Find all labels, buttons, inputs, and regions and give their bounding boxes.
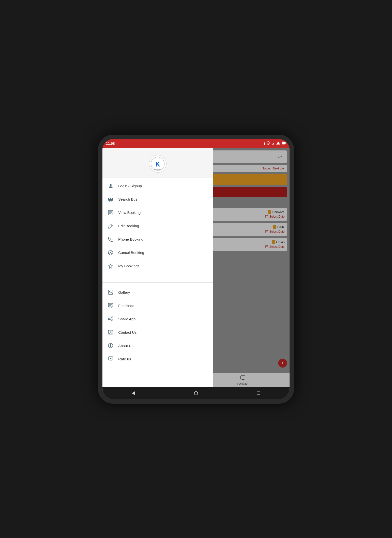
svg-rect-29 bbox=[109, 198, 110, 199]
main-content: Today Next day BUSES AFE GUIDELINES rout… bbox=[102, 148, 290, 387]
menu-divider bbox=[102, 282, 213, 283]
svg-point-56 bbox=[110, 344, 111, 345]
svg-line-50 bbox=[110, 318, 111, 319]
rate-icon bbox=[107, 356, 114, 362]
drawer-header: K Est. 1988 A Step Ahead Always bbox=[102, 148, 213, 178]
device-frame: 11:08 ▮ @ ▲ bbox=[98, 135, 294, 404]
svg-rect-42 bbox=[108, 290, 113, 294]
menu-search-bus-label: Search Bus bbox=[118, 197, 137, 201]
bus-icon bbox=[107, 196, 114, 203]
feedback-icon bbox=[107, 302, 114, 309]
menu-item-share-app[interactable]: Share App bbox=[102, 312, 213, 326]
sim-icon: ▮ bbox=[263, 142, 265, 145]
menu-my-bookings-label: My Bookings bbox=[118, 264, 139, 268]
menu-item-login[interactable]: Login / Signup bbox=[102, 179, 213, 193]
svg-line-38 bbox=[111, 225, 112, 226]
menu-view-booking-label: View Booking bbox=[118, 210, 141, 215]
menu-item-gallery[interactable]: Gallery bbox=[102, 286, 213, 299]
menu-contact-us-label: Contact Us bbox=[118, 330, 137, 334]
menu-item-edit-booking[interactable]: Edit Booking bbox=[102, 219, 213, 233]
menu-rate-us-label: Rate us bbox=[118, 357, 131, 361]
svg-text:@: @ bbox=[267, 142, 269, 145]
info-icon bbox=[107, 342, 114, 349]
menu-share-app-label: Share App bbox=[118, 317, 136, 321]
home-button[interactable] bbox=[191, 388, 201, 398]
menu-item-contact-us[interactable]: Contact Us bbox=[102, 326, 213, 339]
android-nav-bar bbox=[102, 387, 290, 399]
svg-text:A Step Ahead Always: A Step Ahead Always bbox=[154, 169, 161, 170]
svg-marker-2 bbox=[276, 142, 280, 145]
svg-line-51 bbox=[110, 319, 111, 320]
svg-rect-44 bbox=[108, 303, 113, 307]
svg-rect-52 bbox=[108, 330, 113, 334]
menu-phone-booking-label: Phone Booking bbox=[118, 237, 143, 241]
my-bookings-icon bbox=[107, 263, 114, 269]
menu-item-my-bookings[interactable]: My Bookings bbox=[102, 259, 213, 273]
svg-point-53 bbox=[110, 331, 111, 333]
svg-rect-30 bbox=[111, 198, 112, 199]
svg-rect-5 bbox=[285, 143, 286, 144]
gallery-icon bbox=[107, 289, 114, 295]
menu-gallery-label: Gallery bbox=[118, 290, 130, 294]
svg-point-31 bbox=[109, 201, 110, 202]
navigation-drawer: K Est. 1988 A Step Ahead Always bbox=[102, 148, 213, 387]
svg-rect-4 bbox=[282, 142, 285, 144]
edit-icon bbox=[107, 223, 114, 229]
svg-point-47 bbox=[111, 317, 113, 318]
menu-item-view-booking[interactable]: View Booking bbox=[102, 206, 213, 219]
svg-point-27 bbox=[110, 184, 112, 186]
drawer-menu-section-1: Login / Signup bbox=[102, 178, 213, 281]
recents-button[interactable] bbox=[254, 388, 263, 398]
menu-cancel-booking-label: Cancel Booking bbox=[118, 250, 144, 255]
drawer-menu-section-2: Gallery Feedback bbox=[102, 284, 213, 387]
svg-point-43 bbox=[109, 291, 110, 292]
svg-text:K: K bbox=[155, 160, 160, 168]
signal-icon bbox=[276, 142, 280, 145]
svg-point-48 bbox=[108, 318, 110, 320]
menu-item-cancel-booking[interactable]: Cancel Booking bbox=[102, 246, 213, 259]
back-button[interactable] bbox=[129, 388, 138, 398]
device-screen: 11:08 ▮ @ ▲ bbox=[102, 139, 290, 399]
menu-edit-booking-label: Edit Booking bbox=[118, 224, 139, 228]
menu-item-search-bus[interactable]: Search Bus bbox=[102, 193, 213, 206]
menu-item-about-us[interactable]: About Us bbox=[102, 339, 213, 352]
svg-point-32 bbox=[111, 201, 112, 202]
svg-text:Est. 1988: Est. 1988 bbox=[156, 159, 160, 160]
status-bar: 11:08 ▮ @ ▲ bbox=[102, 139, 290, 148]
list-icon bbox=[107, 209, 114, 216]
menu-feedback-label: Feedback bbox=[118, 304, 135, 308]
app-logo: K Est. 1988 A Step Ahead Always bbox=[149, 155, 167, 173]
status-time: 11:08 bbox=[106, 142, 115, 145]
battery-icon bbox=[282, 142, 286, 145]
menu-item-feedback[interactable]: Feedback bbox=[102, 299, 213, 312]
phone-icon bbox=[107, 236, 114, 243]
menu-item-phone-booking[interactable]: Phone Booking bbox=[102, 233, 213, 246]
data-icon: @ bbox=[267, 141, 270, 145]
person-icon bbox=[107, 183, 114, 189]
wifi-icon: ▲ bbox=[272, 142, 275, 145]
status-icons: ▮ @ ▲ bbox=[263, 141, 286, 145]
menu-login-label: Login / Signup bbox=[118, 184, 142, 188]
menu-about-us-label: About Us bbox=[118, 344, 134, 348]
menu-item-rate-us[interactable]: Rate us bbox=[102, 352, 213, 366]
svg-point-49 bbox=[111, 320, 113, 321]
contact-icon bbox=[107, 329, 114, 335]
cancel-icon bbox=[107, 249, 114, 256]
share-icon bbox=[107, 316, 114, 322]
